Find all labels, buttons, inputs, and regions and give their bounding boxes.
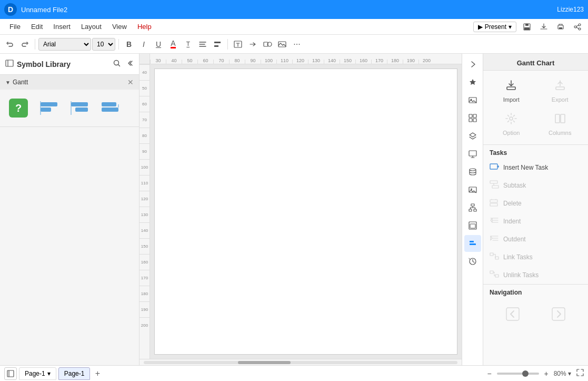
image-insert-icon [277,40,287,49]
import-action[interactable]: Import [487,75,535,107]
bold-button[interactable]: B [122,37,136,51]
svg-rect-58 [506,308,519,320]
ruler-mark: 60 [197,60,213,64]
menu-help[interactable]: Help [132,21,157,33]
photo-gallery-icon[interactable] [464,181,481,198]
collapse-panel-icon[interactable] [125,59,134,69]
redo-button[interactable] [18,37,32,51]
orgchart-icon[interactable] [464,199,481,216]
toolbar: Arial 10 B I U A T̲ ··· [0,35,588,54]
page-1-tab[interactable]: Page-1 [58,367,91,380]
zoom-out-button[interactable]: − [484,368,495,379]
svg-rect-28 [469,114,472,118]
text-box-button[interactable] [231,37,245,51]
symbol-gantt-2[interactable] [66,95,93,121]
menu-edit[interactable]: Edit [26,21,48,33]
share-icon-btn[interactable] [571,21,584,33]
zoom-slider[interactable] [497,373,539,375]
insert-image-icon[interactable] [464,92,481,109]
svg-rect-56 [490,271,493,273]
gantt-chart-icon[interactable] [464,235,481,252]
text-align-button[interactable] [211,37,224,51]
zoom-slider-thumb[interactable] [522,370,529,377]
font-color-button[interactable]: A [166,37,180,51]
symbol-gantt-3[interactable] [97,95,123,121]
layers-icon[interactable] [464,128,481,144]
add-page-button[interactable]: + [92,368,103,379]
text-style-button[interactable]: T̲ [181,37,195,51]
italic-button[interactable]: I [137,37,151,51]
ruler-mark-v: 60 [139,96,150,112]
svg-rect-40 [470,224,475,228]
menu-insert[interactable]: Insert [48,21,76,33]
print-icon-btn[interactable] [554,21,567,33]
columns-action: Columns [536,108,584,140]
menu-file[interactable]: File [4,21,26,33]
menu-layout[interactable]: Layout [76,21,107,33]
zoom-in-button[interactable]: + [541,368,552,379]
page-tab-chevron-icon: ▾ [47,370,51,377]
h-scroll-track[interactable] [144,361,457,364]
fullscreen-button[interactable] [576,369,584,378]
svg-rect-14 [6,60,13,66]
symbol-gantt-1[interactable] [36,95,62,121]
page-tab[interactable]: Page-1 ▾ [19,367,56,380]
insert-new-task-item[interactable]: Insert New Task [483,159,588,177]
insert-shape-button[interactable] [261,37,274,51]
menu-bar: File Edit Insert Layout View Help ▶ Pres… [0,19,588,35]
redo-icon [21,40,29,48]
grid-view-icon[interactable] [464,110,481,126]
ruler-mark: 190 [403,60,418,64]
menu-view[interactable]: View [107,21,132,33]
zoom-chevron-icon[interactable]: ▾ [568,370,571,377]
gantt-bar-3-icon [99,100,121,116]
download-icon-btn[interactable] [537,21,550,33]
theme-icon[interactable] [464,74,481,91]
category-close-icon[interactable]: ✕ [127,78,134,86]
history-icon[interactable] [464,253,481,270]
svg-point-33 [470,169,476,171]
page-panel-icon [7,370,14,377]
gantt-category-header[interactable]: ▼ Gantt ✕ [0,75,139,90]
text-align-icon [213,40,222,48]
svg-rect-30 [469,119,472,122]
more-options-button[interactable]: ··· [290,37,304,51]
h-scroll-thumb[interactable] [238,361,291,364]
ruler-mark-v: 40 [139,64,150,80]
symbol-question[interactable]: ? [5,95,32,121]
insert-image-button[interactable] [275,37,289,51]
connect-button[interactable] [246,37,260,51]
font-size-select[interactable]: 10 [92,38,115,51]
align-button[interactable] [196,37,210,51]
ruler-mark: 80 [229,60,245,64]
bottom-bar: Page-1 ▾ Page-1 + − + 80% ▾ [0,365,588,381]
presentation-icon[interactable] [464,145,481,162]
h-scrollbar[interactable] [139,359,462,365]
save-icon-btn[interactable] [521,21,533,33]
expand-right-icon[interactable] [464,56,481,73]
option-icon [505,112,517,128]
underline-button[interactable]: U [152,37,165,51]
undo-button[interactable] [3,37,17,51]
ruler-mark: 100 [261,60,276,64]
nav-left-action [503,302,522,326]
svg-rect-53 [490,203,497,206]
link-tasks-icon [490,251,499,263]
tasks-title: Tasks [483,144,588,159]
present-button[interactable]: ▶ Present ▾ [473,22,516,32]
ruler-mark-v: 90 [139,143,150,159]
page-panel-button[interactable] [4,367,17,380]
ruler-mark: 30 [150,60,166,64]
database-icon[interactable] [464,163,481,180]
text-box-icon [233,40,243,49]
ruler-mark: 160 [355,60,371,64]
container-icon[interactable] [464,217,481,234]
font-family-select[interactable]: Arial [38,38,91,51]
canvas[interactable] [154,69,457,355]
svg-rect-38 [474,209,476,211]
svg-rect-22 [102,102,116,106]
svg-rect-36 [471,204,474,206]
zoom-value: 80% ▾ [554,370,571,377]
search-icon[interactable] [113,59,121,69]
columns-label: Columns [549,130,571,136]
